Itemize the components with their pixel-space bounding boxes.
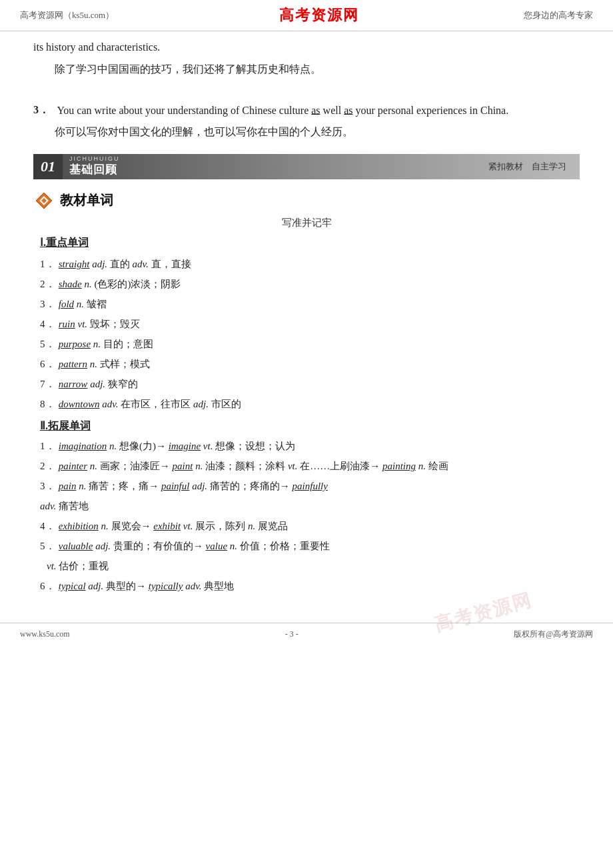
point3-mid: well	[320, 104, 344, 115]
ext-pos: adj.	[88, 581, 103, 591]
vocab-item-5: 5． purpose n. 目的；意图	[40, 334, 580, 354]
vocab-word: fold	[59, 299, 74, 309]
ext-pos3: n.	[248, 521, 255, 531]
vocab-pos: n.	[90, 359, 97, 369]
vocab-num: 5．	[40, 334, 53, 354]
section2-heading: Ⅱ.拓展单词	[40, 419, 580, 433]
ext-def3: 痛苦地	[59, 501, 89, 511]
ext-word2: paint	[173, 461, 193, 471]
ext-num: 6．	[40, 576, 53, 596]
ext-pos4: n.	[418, 461, 426, 471]
vocab-item-7: 7． narrow adj. 狭窄的	[40, 374, 580, 394]
vocab-pos: vt.	[78, 319, 88, 329]
ext-word: valuable	[59, 541, 93, 551]
ext-def2: 典型地	[204, 581, 234, 591]
vocab-def: 式样；模式	[100, 359, 150, 369]
vocab-word: ruin	[59, 319, 75, 329]
banner-sub-label: JICHUHUIGU	[69, 155, 120, 162]
ext-item-5: 5． valuable adj. 贵重的；有价值的→ value n. 价值；价…	[33, 536, 580, 576]
vocab-heading: 教材单词	[33, 190, 580, 211]
banner-right: 紧扣教材 自主学习	[482, 161, 566, 173]
vocab-num: 1．	[40, 254, 53, 274]
ext-item-3: 3． pain n. 痛苦；疼，痛→ painful adj. 痛苦的；疼痛的→…	[33, 476, 580, 516]
ext-pos: n.	[109, 441, 117, 451]
vocab-pos: n.	[93, 339, 101, 349]
vocab-pos: adj.	[92, 259, 107, 269]
ext-word: pain	[59, 481, 77, 491]
intro-line1-cn: 除了学习中国国画的技巧，我们还将了解其历史和特点。	[33, 60, 580, 79]
ext-item-4: 4． exhibition n. 展览会→ exhibit vt. 展示，陈列 …	[33, 516, 580, 536]
ext-def4: 绘画	[428, 461, 448, 471]
ext-word3: painting	[382, 461, 416, 471]
ext-pos2: vt.	[203, 441, 213, 451]
ext-num: 3．	[40, 476, 53, 496]
ext-item-6: 6． typical adj. 典型的→ typically adv. 典型地	[33, 576, 580, 596]
footer-left: www.ks5u.com	[20, 629, 70, 639]
vocab-def: 狭窄的	[108, 379, 138, 389]
vocab-pos2: adv.	[133, 259, 149, 269]
banner-right1: 紧扣教材	[488, 161, 523, 171]
section-banner: 01 JICHUHUIGU 基础回顾 紧扣教材 自主学习	[33, 154, 580, 179]
ext-def3: 展览品	[258, 521, 288, 531]
banner-right2: 自主学习	[532, 161, 566, 171]
point3-label: 3．	[33, 82, 55, 121]
ext-word: painter	[59, 461, 87, 471]
ext-num: 1．	[40, 436, 53, 456]
ext-pos: adj.	[95, 541, 111, 551]
ext-def: 展览会→	[111, 521, 151, 531]
vocab-word: straight	[59, 259, 90, 269]
ext-pos2: adj.	[192, 481, 207, 491]
ext-pos2: adv.	[185, 581, 201, 591]
point3-en-pre: You can write about your understanding o…	[57, 104, 311, 115]
banner-number: 01	[33, 154, 63, 179]
header-center-logo: 高考资源网	[279, 5, 359, 25]
header-right-text: 您身边的高考专家	[524, 9, 593, 21]
vocab-num: 3．	[40, 294, 53, 314]
ext-pos3: vt.	[288, 461, 298, 471]
vocab-pos: n.	[85, 279, 92, 289]
vocab-item-6: 6． pattern n. 式样；模式	[40, 354, 580, 374]
ext-word2: exhibit	[153, 521, 181, 531]
vocab-def: 皱褶	[87, 299, 107, 309]
vocab-def: 在市区，往市区	[121, 399, 193, 409]
ext-word: typical	[59, 581, 86, 591]
vocab-def: 直的	[110, 259, 133, 269]
vocab-pos: adj.	[90, 379, 105, 389]
main-content: its history and characteristics. 除了学习中国国…	[0, 31, 613, 609]
ext-def: 想像(力)→	[119, 441, 166, 451]
vocab-word: purpose	[59, 339, 91, 349]
vocab-item-2: 2． shade n. (色彩的)浓淡；阴影	[40, 274, 580, 294]
ext-pos3: vt.	[40, 561, 57, 571]
vocab-pos2: adj.	[193, 399, 209, 409]
ext-num: 4．	[40, 516, 53, 536]
ext-pos2: vt.	[183, 521, 193, 531]
ext-def: 痛苦；疼，痛→	[89, 481, 159, 491]
vocab-title: 教材单词	[60, 191, 113, 209]
vocab-def: 毁坏；毁灭	[90, 319, 140, 329]
footer-center: - 3 -	[285, 629, 299, 639]
ext-item-1: 1． imagination n. 想像(力)→ imagine vt. 想像；…	[33, 436, 580, 456]
vocab-def: (色彩的)浓淡；阴影	[95, 279, 181, 289]
page-header: 高考资源网（ks5u.com） 高考资源网 您身边的高考专家	[0, 0, 613, 31]
vocab-icon	[33, 190, 55, 211]
ext-def2: 价值；价格；重要性	[240, 541, 330, 551]
write-prompt: 写准并记牢	[33, 217, 580, 229]
vocab-word: downtown	[59, 399, 100, 409]
ext-pos: n.	[79, 481, 86, 491]
ext-def3: 估价；重视	[59, 561, 109, 571]
ext-word2: imagine	[169, 441, 201, 451]
vocab-num: 4．	[40, 314, 53, 334]
vocab-item-1: 1． straight adj. 直的 adv. 直，直接	[40, 254, 580, 274]
vocab-num: 7．	[40, 374, 53, 394]
point3-cn: 你可以写你对中国文化的理解，也可以写你在中国的个人经历。	[33, 123, 580, 142]
ext-pos2: n.	[195, 461, 203, 471]
ext-def: 典型的→	[106, 581, 146, 591]
ext-word2: typically	[149, 581, 183, 591]
vocab-pos: n.	[77, 299, 84, 309]
vocab-item-8: 8． downtown adv. 在市区，往市区 adj. 市区的	[40, 394, 580, 414]
point3-en-post: your personal experiences in China.	[352, 104, 508, 115]
banner-text-area: JICHUHUIGU 基础回顾	[63, 155, 127, 177]
vocab-item-4: 4． ruin vt. 毁坏；毁灭	[40, 314, 580, 334]
ext-num: 5．	[40, 536, 53, 556]
ext-def: 画家；油漆匠→	[100, 461, 170, 471]
